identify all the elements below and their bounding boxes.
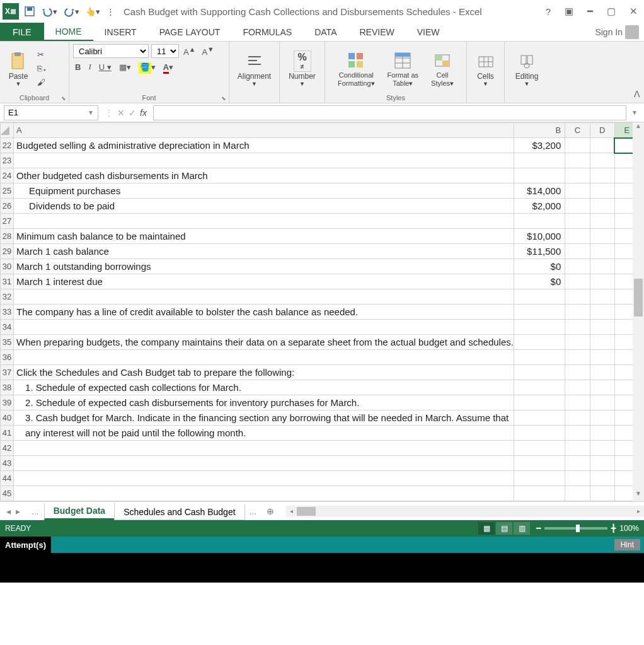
font-launcher-icon[interactable]: ⬊ xyxy=(221,95,226,102)
cell[interactable] xyxy=(565,486,590,501)
cell-styles-button[interactable]: CellStyles▾ xyxy=(427,49,457,88)
maximize-icon[interactable]: ▢ xyxy=(603,4,619,18)
tab-insert[interactable]: INSERT xyxy=(93,23,148,41)
paste-button[interactable]: Paste ▼ xyxy=(4,49,33,88)
scroll-down-icon[interactable]: ▼ xyxy=(633,490,644,501)
tab-data[interactable]: DATA xyxy=(303,23,348,41)
row-header[interactable]: 40 xyxy=(1,410,14,426)
cell[interactable] xyxy=(514,471,565,486)
cell[interactable] xyxy=(590,426,614,441)
font-color-icon[interactable]: A▾ xyxy=(161,61,175,73)
minimize-icon[interactable]: ━ xyxy=(584,4,597,18)
cell[interactable]: The company has a line of credit availab… xyxy=(14,305,514,320)
row-header[interactable]: 34 xyxy=(1,320,14,335)
fx-icon[interactable]: fx xyxy=(140,108,147,118)
scroll-left-icon[interactable]: ◂ xyxy=(285,506,297,517)
row-header[interactable]: 37 xyxy=(1,365,14,380)
chevron-down-icon[interactable]: ▼ xyxy=(88,109,94,116)
cell[interactable] xyxy=(590,274,614,289)
cell[interactable] xyxy=(590,214,614,229)
italic-button[interactable]: I xyxy=(86,61,93,73)
select-all-corner[interactable] xyxy=(1,123,14,138)
cell[interactable]: $0 xyxy=(514,274,565,289)
qat-customize-icon[interactable]: ⋮ xyxy=(104,6,117,18)
cell[interactable]: 3. Cash budget for March. Indicate in th… xyxy=(14,410,514,426)
tab-review[interactable]: REVIEW xyxy=(348,23,405,41)
zoom-out-icon[interactable]: ━ xyxy=(536,524,541,533)
cancel-formula-icon[interactable]: ✕ xyxy=(117,108,125,118)
cell[interactable] xyxy=(514,426,565,441)
cell[interactable]: When preparing budgets, the company main… xyxy=(14,335,514,350)
row-header[interactable]: 39 xyxy=(1,395,14,410)
cell[interactable] xyxy=(565,244,590,259)
column-header-B[interactable]: B xyxy=(514,123,565,138)
copy-icon[interactable]: ⎘▾ xyxy=(35,62,49,74)
scroll-up-icon[interactable]: ▲ xyxy=(633,122,644,134)
sheet-prev-icon[interactable]: ◂ xyxy=(6,506,11,516)
cell[interactable] xyxy=(565,229,590,244)
row-header[interactable]: 27 xyxy=(1,214,14,229)
cell[interactable]: 2. Schedule of expected cash disbursemen… xyxy=(14,395,514,410)
row-header[interactable]: 25 xyxy=(1,183,14,199)
cell[interactable]: Minimum cash balance to be maintained xyxy=(14,229,514,244)
border-icon[interactable]: ▦▾ xyxy=(117,61,133,73)
cell[interactable]: $0 xyxy=(514,259,565,274)
editing-button[interactable]: Editing ▼ xyxy=(512,49,543,88)
sheet-tab-schedules[interactable]: Schedules and Cash Budget xyxy=(114,504,244,520)
sheet-tab-budget-data[interactable]: Budget Data xyxy=(44,503,115,520)
cell[interactable] xyxy=(565,426,590,441)
formula-input[interactable] xyxy=(153,105,626,120)
cell[interactable] xyxy=(590,229,614,244)
cell[interactable] xyxy=(14,456,514,471)
cell[interactable] xyxy=(590,335,614,350)
cell[interactable] xyxy=(565,380,590,395)
cell[interactable]: $10,000 xyxy=(514,229,565,244)
grid-table[interactable]: A B C D E 22Budgeted selling & administr… xyxy=(0,122,644,501)
vertical-scrollbar[interactable]: ▲ ▼ xyxy=(633,122,644,501)
cell[interactable]: $11,500 xyxy=(514,244,565,259)
cell[interactable] xyxy=(590,456,614,471)
cell[interactable] xyxy=(565,456,590,471)
undo-icon[interactable]: ▾ xyxy=(39,4,60,18)
cell[interactable] xyxy=(514,168,565,183)
cell[interactable] xyxy=(590,380,614,395)
cell[interactable] xyxy=(590,244,614,259)
cell[interactable] xyxy=(565,138,590,153)
scroll-track[interactable] xyxy=(633,134,644,490)
close-icon[interactable]: ✕ xyxy=(626,4,641,18)
cell[interactable] xyxy=(514,410,565,426)
cell[interactable] xyxy=(565,305,590,320)
row-header[interactable]: 33 xyxy=(1,305,14,320)
cell[interactable] xyxy=(590,471,614,486)
bold-button[interactable]: B xyxy=(73,61,83,73)
cell[interactable] xyxy=(14,153,514,168)
clipboard-launcher-icon[interactable]: ⬊ xyxy=(61,95,66,102)
hscroll-track[interactable] xyxy=(297,506,633,517)
cell[interactable] xyxy=(565,214,590,229)
cell[interactable] xyxy=(590,486,614,501)
sheet-dots-right[interactable]: ... xyxy=(244,506,262,516)
zoom-level[interactable]: 100% xyxy=(619,524,639,533)
underline-button[interactable]: U ▾ xyxy=(97,61,113,73)
cell[interactable] xyxy=(514,456,565,471)
cell[interactable] xyxy=(590,350,614,365)
tab-view[interactable]: VIEW xyxy=(406,23,451,41)
format-painter-icon[interactable]: 🖌 xyxy=(35,76,49,88)
cell[interactable]: any interest will not be paid until the … xyxy=(14,426,514,441)
cell[interactable]: Click the Schedules and Cash Budget tab … xyxy=(14,365,514,380)
tab-file[interactable]: FILE xyxy=(0,23,44,41)
page-break-view-icon[interactable]: ▥ xyxy=(514,522,530,535)
cell[interactable] xyxy=(514,305,565,320)
cell[interactable] xyxy=(565,289,590,305)
increase-font-icon[interactable]: A▲ xyxy=(181,44,197,58)
cell[interactable] xyxy=(590,138,614,153)
cell[interactable] xyxy=(565,350,590,365)
cell[interactable] xyxy=(565,199,590,214)
hint-button[interactable]: Hint xyxy=(614,539,640,550)
cell[interactable] xyxy=(565,320,590,335)
cell[interactable] xyxy=(565,410,590,426)
cell[interactable] xyxy=(590,441,614,456)
cell[interactable]: Equipment purchases xyxy=(14,183,514,199)
column-header-C[interactable]: C xyxy=(565,123,590,138)
font-name-select[interactable]: Calibri xyxy=(73,44,149,58)
